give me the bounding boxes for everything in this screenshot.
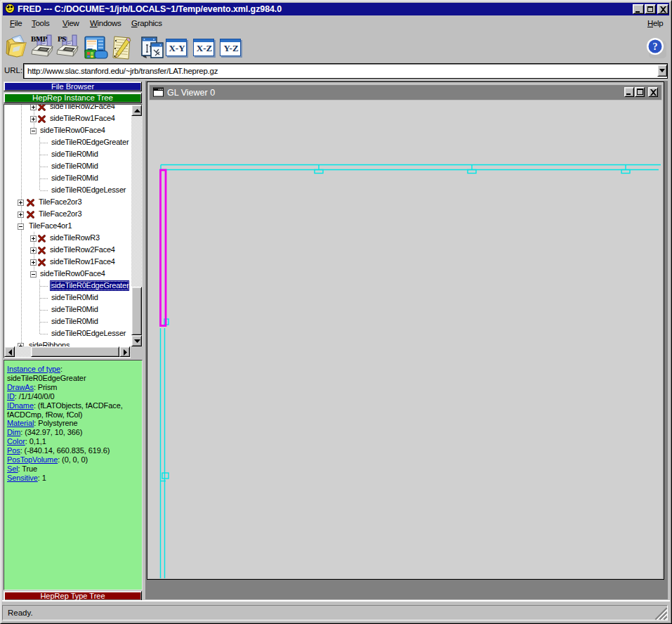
svg-text:?: ? [653,41,658,52]
